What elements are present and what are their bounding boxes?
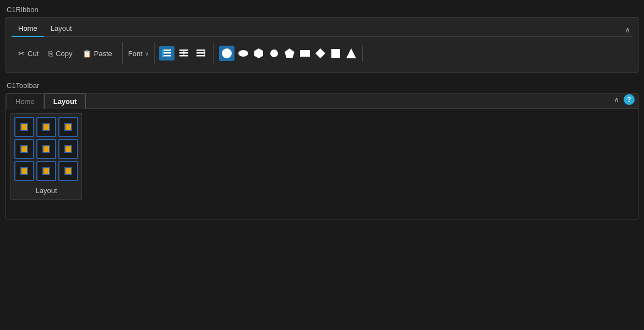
shapes-group bbox=[214, 45, 370, 62]
paste-icon: 📋 bbox=[83, 50, 91, 58]
align-group bbox=[155, 42, 214, 64]
shape-ellipse-button[interactable] bbox=[237, 47, 250, 60]
copy-icon: ⎘ bbox=[48, 50, 53, 58]
shape-circle-button[interactable] bbox=[219, 46, 234, 61]
paste-button[interactable]: 📋 Paste bbox=[78, 47, 117, 60]
hexagon-icon bbox=[253, 48, 264, 59]
grid-cell-inner-1-1 bbox=[20, 123, 28, 131]
align-center-button[interactable] bbox=[176, 46, 192, 61]
svg-rect-11 bbox=[204, 50, 205, 56]
toolbar-tab-home[interactable]: Home bbox=[6, 94, 44, 109]
svg-marker-16 bbox=[285, 48, 294, 58]
pentagon-icon bbox=[284, 48, 295, 59]
grid-cell-inner-1-3 bbox=[64, 123, 72, 131]
align-right-button[interactable] bbox=[193, 46, 209, 61]
align-center-icon bbox=[179, 48, 189, 58]
grid-cell-2-3[interactable] bbox=[58, 139, 78, 159]
grid-row-1 bbox=[14, 117, 78, 137]
c1ribbon-label: C1Ribbon bbox=[6, 6, 638, 14]
shape-square-button[interactable] bbox=[329, 47, 342, 60]
shape-circle-sm-button[interactable] bbox=[268, 47, 281, 60]
ribbon-toolbar: ✂ Cut ⎘ Copy 📋 Paste Font ∨ bbox=[12, 40, 632, 67]
toolbar-tab-bar: Home Layout ∧ ? bbox=[6, 94, 638, 109]
layout-grid-label: Layout bbox=[14, 183, 78, 196]
ribbon-tab-layout[interactable]: Layout bbox=[44, 22, 79, 37]
grid-cell-inner-2-1 bbox=[20, 145, 28, 153]
grid-cell-1-2[interactable] bbox=[36, 117, 56, 137]
svg-point-15 bbox=[270, 50, 278, 57]
svg-rect-7 bbox=[183, 50, 185, 56]
cut-button[interactable]: ✂ Cut bbox=[14, 47, 43, 60]
ribbon-tab-home[interactable]: Home bbox=[12, 22, 44, 37]
cut-label: Cut bbox=[28, 50, 39, 58]
toolbar-collapse-button[interactable]: ∧ bbox=[614, 95, 619, 104]
grid-row-2 bbox=[14, 139, 78, 159]
copy-label: Copy bbox=[56, 50, 72, 58]
font-dropdown-button[interactable]: Font ∨ bbox=[123, 42, 155, 64]
ellipse-icon bbox=[238, 48, 249, 59]
circle-icon bbox=[221, 48, 232, 59]
align-left-icon bbox=[162, 48, 172, 58]
paste-label: Paste bbox=[94, 50, 112, 58]
toolbar-tab-layout[interactable]: Layout bbox=[44, 94, 86, 109]
circle-small-icon bbox=[269, 48, 280, 59]
diamond-icon bbox=[315, 48, 326, 59]
grid-cell-3-2[interactable] bbox=[36, 161, 56, 181]
c1toolbar-label: C1Toolbar bbox=[6, 81, 638, 90]
ribbon-tab-bar: Home Layout ∧ bbox=[12, 22, 632, 37]
svg-point-12 bbox=[222, 48, 232, 58]
shape-diamond-button[interactable] bbox=[314, 47, 327, 60]
grid-cell-3-1[interactable] bbox=[14, 161, 34, 181]
grid-cell-inner-3-2 bbox=[42, 167, 50, 175]
svg-marker-14 bbox=[254, 48, 263, 58]
c1toolbar-section: C1Toolbar Home Layout ∧ ? bbox=[6, 81, 638, 219]
svg-rect-3 bbox=[162, 50, 164, 56]
toolbar-help-button[interactable]: ? bbox=[624, 94, 635, 105]
align-right-icon bbox=[196, 48, 206, 58]
svg-marker-18 bbox=[315, 48, 325, 58]
svg-marker-20 bbox=[346, 48, 356, 58]
grid-cell-2-1[interactable] bbox=[14, 139, 34, 159]
grid-cell-inner-1-2 bbox=[42, 123, 50, 131]
ribbon-collapse-button[interactable]: ∧ bbox=[625, 25, 630, 34]
cut-icon: ✂ bbox=[18, 49, 25, 58]
copy-button[interactable]: ⎘ Copy bbox=[44, 47, 77, 60]
shape-rectangle-button[interactable] bbox=[298, 47, 312, 60]
grid-cell-2-2[interactable] bbox=[36, 139, 56, 159]
grid-cell-inner-2-3 bbox=[64, 145, 72, 153]
clipboard-group: ✂ Cut ⎘ Copy 📋 Paste bbox=[12, 42, 123, 64]
rectangle-icon bbox=[299, 48, 310, 59]
square-icon bbox=[330, 48, 341, 59]
layout-grid: Layout bbox=[10, 113, 82, 200]
shapes-separator bbox=[362, 45, 363, 62]
c1toolbar-box: Home Layout ∧ ? bbox=[6, 93, 638, 219]
shape-hexagon-button[interactable] bbox=[252, 47, 265, 60]
toolbar-content-area: Layout bbox=[6, 109, 638, 219]
grid-cell-inner-3-1 bbox=[20, 167, 28, 175]
svg-rect-17 bbox=[300, 50, 310, 57]
svg-point-13 bbox=[238, 50, 248, 57]
c1ribbon-section: C1Ribbon Home Layout ∧ ✂ Cut ⎘ Copy 📋 bbox=[6, 6, 638, 73]
grid-cell-3-3[interactable] bbox=[58, 161, 78, 181]
align-left-button[interactable] bbox=[159, 46, 174, 61]
grid-cell-1-1[interactable] bbox=[14, 117, 34, 137]
grid-cell-1-3[interactable] bbox=[58, 117, 78, 137]
font-label: Font bbox=[128, 50, 143, 58]
grid-cell-inner-2-2 bbox=[42, 145, 50, 153]
grid-cell-inner-3-3 bbox=[64, 167, 72, 175]
shape-pentagon-button[interactable] bbox=[283, 47, 296, 60]
font-chevron-icon: ∨ bbox=[145, 51, 149, 57]
toolbar-right-controls: ∧ ? bbox=[614, 94, 635, 105]
c1ribbon-box: Home Layout ∧ ✂ Cut ⎘ Copy 📋 Paste bbox=[6, 17, 638, 73]
svg-rect-19 bbox=[331, 49, 340, 58]
grid-row-3 bbox=[14, 161, 78, 181]
shape-triangle-button[interactable] bbox=[345, 47, 358, 60]
triangle-icon bbox=[346, 48, 357, 59]
